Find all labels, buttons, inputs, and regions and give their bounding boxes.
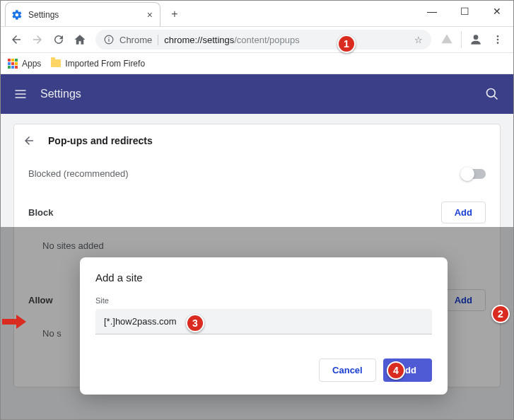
bookmark-star-icon[interactable]: ☆ <box>414 35 423 45</box>
minimize-button[interactable]: — <box>416 1 448 22</box>
block-heading: Block <box>28 207 53 218</box>
hamburger-icon[interactable] <box>13 87 28 101</box>
svg-point-4 <box>497 35 499 37</box>
section-header: Pop-ups and redirects <box>14 124 500 157</box>
modal-actions: Cancel Add <box>95 358 432 382</box>
menu-button[interactable] <box>488 30 508 49</box>
section-title: Pop-ups and redirects <box>48 135 153 146</box>
browser-toolbar: Chrome chrome://settings/content/popups … <box>1 26 513 53</box>
block-add-button[interactable]: Add <box>441 202 486 223</box>
profile-avatar[interactable] <box>461 31 484 48</box>
site-field-label: Site <box>95 296 432 305</box>
cancel-button[interactable]: Cancel <box>319 358 376 382</box>
modal-title: Add a site <box>95 272 432 284</box>
tab-title: Settings <box>28 10 141 20</box>
bookmarks-bar: Apps Imported From Firefo <box>1 53 513 74</box>
home-button[interactable] <box>70 30 90 49</box>
tab-close-icon[interactable]: × <box>147 9 153 21</box>
forward-button[interactable] <box>28 30 47 49</box>
annotation-marker-2: 2 <box>491 305 510 323</box>
info-icon <box>104 35 114 45</box>
new-tab-button[interactable]: + <box>168 8 182 21</box>
settings-header: Settings <box>1 74 513 114</box>
annotation-arrow <box>2 315 26 329</box>
annotation-marker-4: 4 <box>387 361 405 380</box>
bookmark-folder[interactable]: Imported From Firefo <box>51 59 145 69</box>
settings-title: Settings <box>40 88 81 100</box>
url-path: /content/popups <box>234 35 300 45</box>
apps-icon <box>8 59 18 69</box>
bookmark-folder-label: Imported From Firefo <box>65 59 145 69</box>
apps-shortcut[interactable]: Apps <box>8 59 41 69</box>
settings-favicon <box>11 9 23 21</box>
drive-icon[interactable] <box>437 30 457 49</box>
blocked-toggle-row: Blocked (recommended) <box>14 157 500 190</box>
svg-point-5 <box>497 39 499 41</box>
url-scheme-label: Chrome <box>119 35 158 45</box>
folder-icon <box>51 59 61 67</box>
svg-line-8 <box>494 96 498 100</box>
browser-tab[interactable]: Settings × <box>5 2 160 26</box>
svg-rect-2 <box>108 37 109 38</box>
search-icon[interactable] <box>485 87 499 101</box>
svg-point-6 <box>497 42 499 44</box>
back-arrow-icon[interactable] <box>23 134 35 147</box>
svg-point-3 <box>473 35 478 40</box>
svg-point-7 <box>487 89 496 98</box>
svg-rect-1 <box>108 39 109 42</box>
window-controls: — ☐ ✕ <box>416 1 513 22</box>
annotation-marker-3: 3 <box>186 314 204 332</box>
site-input[interactable] <box>95 309 432 334</box>
url-host: chrome://settings <box>164 35 234 45</box>
blocked-label: Blocked (recommended) <box>28 168 129 179</box>
window-titlebar: Settings × + — ☐ ✕ <box>1 1 513 26</box>
reload-button[interactable] <box>49 30 69 49</box>
maximize-button[interactable]: ☐ <box>448 1 481 22</box>
annotation-marker-1: 1 <box>337 35 356 53</box>
back-button[interactable] <box>6 30 26 49</box>
apps-label: Apps <box>22 59 41 69</box>
blocked-toggle[interactable] <box>462 169 486 179</box>
address-bar[interactable]: Chrome chrome://settings/content/popups … <box>95 30 431 49</box>
close-window-button[interactable]: ✕ <box>481 1 513 22</box>
